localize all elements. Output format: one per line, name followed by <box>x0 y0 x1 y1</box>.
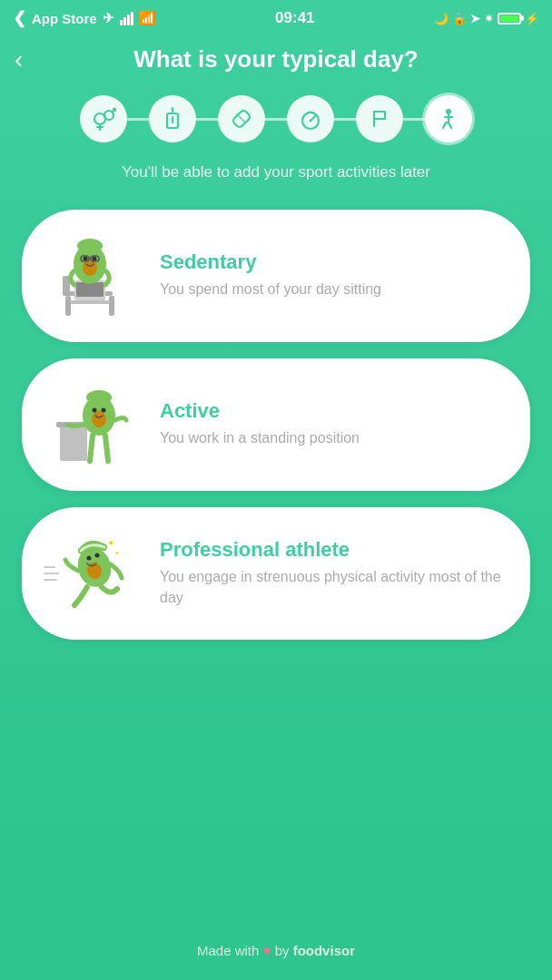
option-active[interactable]: Active You work in a standing position <box>22 358 530 491</box>
status-right: 🌙 🔒 ➤ ✴ ⚡ <box>434 12 539 25</box>
bluetooth-icon: ✴ <box>484 12 494 25</box>
step-height <box>218 95 265 142</box>
option-professional[interactable]: ✦ ✦ Professional athlete You engage in s… <box>22 507 530 640</box>
active-avatar <box>31 375 149 475</box>
footer-suffix: by <box>275 943 290 958</box>
status-bar: ❮ App Store ✈ 📶 09:41 🌙 🔒 ➤ ✴ ⚡ <box>0 0 552 36</box>
signal-icon <box>120 11 133 25</box>
sedentary-desc: You spend most of your day sitting <box>160 279 508 299</box>
step-goal <box>356 95 403 142</box>
activity-options: Sedentary You spend most of your day sit… <box>0 210 552 916</box>
sedentary-avatar <box>31 226 149 326</box>
professional-text: Professional athlete You engage in stren… <box>160 538 508 608</box>
active-text: Active You work in a standing position <box>160 399 508 448</box>
sedentary-title: Sedentary <box>160 250 508 274</box>
professional-title: Professional athlete <box>160 538 508 562</box>
footer-prefix: Made with <box>197 943 259 958</box>
professional-avatar: ✦ ✦ <box>31 524 149 623</box>
svg-point-27 <box>84 256 88 260</box>
footer-brand: foodvisor <box>293 943 355 958</box>
status-time: 09:41 <box>275 9 314 27</box>
active-title: Active <box>160 399 508 423</box>
carrier-label: App Store <box>32 11 97 26</box>
svg-point-37 <box>93 407 97 412</box>
svg-point-45 <box>87 555 92 560</box>
subtitle-text: You'll be able to add your sport activit… <box>104 161 448 184</box>
back-button[interactable]: ‹ <box>15 47 23 73</box>
progress-steps <box>62 95 490 142</box>
page-title: What is your typical day? <box>133 45 419 74</box>
svg-text:✦: ✦ <box>114 550 120 556</box>
option-sedentary[interactable]: Sedentary You spend most of your day sit… <box>22 210 530 342</box>
status-left: ❮ App Store ✈ 📶 <box>13 8 156 28</box>
step-line-1 <box>127 118 149 121</box>
svg-point-36 <box>92 411 106 427</box>
svg-point-28 <box>93 256 97 260</box>
svg-point-39 <box>86 390 112 405</box>
lock-icon: 🔒 <box>452 12 467 25</box>
footer-heart-icon: ♥ <box>263 943 275 958</box>
svg-point-32 <box>77 239 103 253</box>
svg-rect-20 <box>109 296 114 316</box>
svg-rect-24 <box>70 300 110 304</box>
page-header: ‹ What is your typical day? <box>0 36 552 90</box>
footer: Made with ♥ by foodvisor <box>197 916 355 980</box>
step-activity <box>425 95 472 142</box>
step-age <box>149 95 196 142</box>
svg-rect-19 <box>65 296 71 316</box>
step-line-4 <box>334 118 356 121</box>
step-line-5 <box>403 118 425 121</box>
sedentary-text: Sedentary You spend most of your day sit… <box>160 250 508 299</box>
svg-text:✦: ✦ <box>107 538 114 548</box>
svg-point-46 <box>95 553 100 557</box>
back-chevron-status: ❮ <box>13 8 26 28</box>
step-line-2 <box>196 118 218 121</box>
battery-icon <box>498 13 521 24</box>
professional-desc: You engage in strenuous physical activit… <box>160 567 508 608</box>
charge-icon: ⚡ <box>525 12 539 25</box>
location-icon: ➤ <box>470 12 480 25</box>
step-gender <box>80 95 127 142</box>
wifi-icon: 📶 <box>139 10 156 26</box>
svg-line-13 <box>242 120 244 122</box>
svg-rect-33 <box>60 425 87 461</box>
step-line-3 <box>265 118 287 121</box>
moon-icon: 🌙 <box>434 12 448 25</box>
svg-rect-23 <box>76 282 104 297</box>
svg-point-38 <box>102 407 106 412</box>
svg-line-12 <box>240 117 242 119</box>
svg-point-16 <box>310 120 312 122</box>
airplane-icon: ✈ <box>103 10 114 26</box>
active-desc: You work in a standing position <box>160 428 508 448</box>
step-weight <box>287 95 334 142</box>
